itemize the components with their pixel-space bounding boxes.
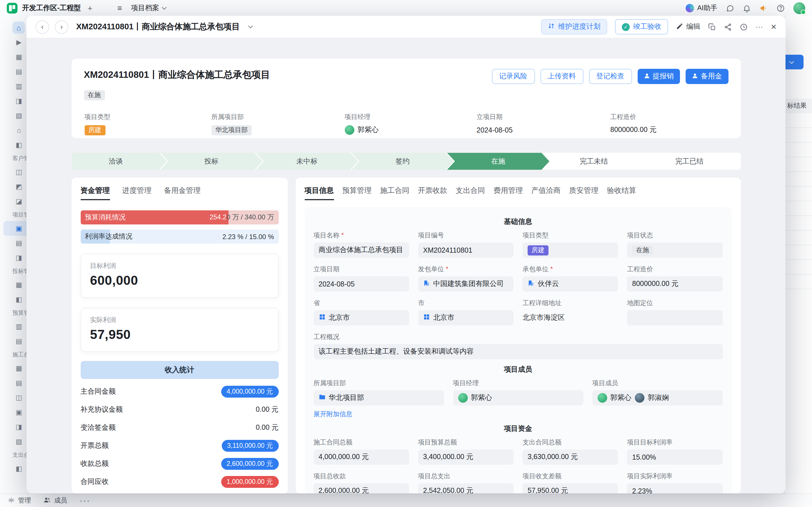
fund-value-input[interactable]: 3,630,000.00 元 bbox=[523, 449, 618, 465]
phase-step[interactable]: 签约 bbox=[351, 153, 454, 170]
detail-tab[interactable]: 开票收款 bbox=[418, 185, 447, 199]
close-icon[interactable]: × bbox=[771, 21, 776, 33]
fund-value-input[interactable]: 3,400,000.00 元 bbox=[418, 449, 514, 465]
detail-tab[interactable]: 支出合同 bbox=[456, 185, 485, 199]
fund-value-input[interactable]: 57,950.00 元 bbox=[523, 483, 618, 494]
phase-step[interactable]: 完工已结 bbox=[638, 153, 741, 170]
fund-value-input[interactable]: 2,600,000.00 元 bbox=[314, 483, 409, 494]
finance-tab[interactable]: 备用金管理 bbox=[164, 185, 201, 199]
expand-extra-info-link[interactable]: 展开附加信息 bbox=[314, 410, 353, 418]
add-tab-button[interactable]: + bbox=[88, 3, 93, 13]
fund-value-input[interactable]: 15.00% bbox=[627, 449, 723, 465]
field-province: 省 北京市 bbox=[314, 299, 409, 325]
target-profit-value: 600,000 bbox=[90, 273, 269, 288]
gear-icon bbox=[8, 497, 15, 504]
field-start-date: 立项日期 2024-08-05 bbox=[477, 113, 610, 135]
user-avatar[interactable] bbox=[793, 2, 805, 14]
app-logo[interactable] bbox=[7, 3, 17, 13]
app-bottombar: 管理 成员 ··· bbox=[0, 494, 812, 507]
completion-acceptance-button[interactable]: ✓竣工验收 bbox=[615, 19, 668, 35]
folder-icon bbox=[319, 394, 325, 402]
phase-step[interactable]: 投标 bbox=[160, 153, 263, 170]
income-stats-button[interactable]: 收入统计 bbox=[80, 361, 278, 379]
copy-icon[interactable] bbox=[708, 23, 716, 31]
project-code-input[interactable]: XM2024110801 bbox=[418, 242, 514, 258]
map-location-input[interactable] bbox=[627, 310, 723, 325]
project-action-button[interactable]: 上传资料 bbox=[540, 69, 583, 84]
project-primary-action-button[interactable]: 备用金 bbox=[686, 69, 728, 84]
detail-tab[interactable]: 产值洽商 bbox=[531, 185, 560, 199]
city-input[interactable]: 北京市 bbox=[418, 310, 514, 325]
edit-button[interactable]: 编辑 bbox=[676, 22, 700, 32]
hamburger-menu-icon[interactable]: ≡ bbox=[117, 3, 122, 12]
finance-tab[interactable]: 进度管理 bbox=[122, 185, 152, 199]
project-primary-action-button[interactable]: 提报销 bbox=[637, 69, 680, 84]
fund-field: 施工合同总额 4,000,000.00 元 bbox=[314, 438, 409, 465]
title-chevron-icon[interactable] bbox=[248, 24, 253, 29]
more-actions-icon[interactable]: ··· bbox=[756, 22, 763, 31]
fund-value-input[interactable]: 4,000,000.00 元 bbox=[314, 449, 409, 465]
field-members-list: 项目成员 郭紫心 郭淑娴 bbox=[592, 379, 722, 418]
project-action-button[interactable]: 登记检查 bbox=[589, 69, 632, 84]
sidebar-item-icon: ◫ bbox=[15, 394, 23, 401]
field-department-detail: 所属项目部 华北项目部 展开附加信息 bbox=[314, 379, 444, 418]
field-contractor-unit: 承包单位 伙伴云 bbox=[523, 265, 618, 292]
more-icon[interactable]: ··· bbox=[79, 496, 90, 506]
field-project-code: 项目编号 XM2024110801 bbox=[418, 231, 514, 258]
history-icon[interactable] bbox=[740, 23, 748, 31]
detail-tab[interactable]: 项目信息 bbox=[305, 185, 334, 200]
detail-tab[interactable]: 验收结算 bbox=[607, 185, 636, 199]
megaphone-icon[interactable] bbox=[760, 4, 768, 12]
project-action-button[interactable]: 记录风险 bbox=[492, 69, 535, 84]
maintain-schedule-button[interactable]: 维护进度计划 bbox=[541, 19, 607, 35]
fund-value-input[interactable]: 2.23% bbox=[627, 483, 723, 494]
members-input[interactable]: 郭紫心 郭淑娴 bbox=[592, 390, 722, 405]
sidebar-item-icon: ▤ bbox=[15, 239, 23, 247]
ai-assistant-button[interactable]: AI助手 bbox=[685, 3, 717, 13]
owner-unit-input[interactable]: 中国建筑集团有限公司 bbox=[418, 276, 514, 292]
project-type-input[interactable]: 房建 bbox=[523, 242, 618, 258]
project-cost-input[interactable]: 8000000.00 元 bbox=[627, 276, 723, 292]
project-phase-stepper: 洽谈 投标 未中标 签约 bbox=[71, 153, 741, 170]
start-date-input[interactable]: 2024-08-05 bbox=[314, 276, 409, 292]
help-icon[interactable] bbox=[776, 4, 785, 12]
field-project-cost: 工程造价 8000000.00 元 bbox=[610, 113, 728, 135]
detail-tab[interactable]: 质安管理 bbox=[569, 185, 598, 199]
sidebar-item-icon: ▣ bbox=[15, 224, 23, 232]
project-name-input[interactable]: 商业综合体施工总承包项目 bbox=[314, 242, 409, 258]
message-icon[interactable] bbox=[726, 4, 734, 12]
finance-row: 合同应收 1,000,000.00 元 bbox=[80, 472, 278, 491]
finance-tab[interactable]: 资金管理 bbox=[80, 185, 110, 200]
overview-input[interactable]: 该工程主要包括土建工程、设备安装和调试等内容 bbox=[314, 344, 722, 359]
fund-value-input[interactable]: 2,542,050.00 元 bbox=[418, 483, 514, 494]
next-record-button[interactable]: › bbox=[55, 20, 68, 34]
detail-tab[interactable]: 施工合同 bbox=[380, 185, 410, 199]
phase-step[interactable]: 在施 bbox=[447, 153, 549, 170]
workspace-title: 开发工作区-工程型 bbox=[22, 3, 81, 13]
sidebar-item-icon: ▧ bbox=[15, 438, 23, 446]
building-icon bbox=[528, 280, 534, 288]
detail-tab[interactable]: 费用管理 bbox=[493, 185, 523, 199]
fund-field: 项目预算总额 3,400,000.00 元 bbox=[418, 438, 514, 465]
contractor-unit-input[interactable]: 伙伴云 bbox=[523, 276, 618, 292]
department-input[interactable]: 华北项目部 bbox=[314, 390, 444, 405]
project-status-input[interactable]: 在施 bbox=[627, 242, 723, 258]
field-start-date-detail: 立项日期 2024-08-05 bbox=[314, 265, 409, 292]
members-button[interactable]: 成员 bbox=[44, 496, 67, 505]
field-map-location: 地图定位 bbox=[627, 299, 723, 325]
manage-button[interactable]: 管理 bbox=[8, 496, 31, 505]
phase-step[interactable]: 完工未结 bbox=[543, 153, 645, 170]
nav-tab-project-archive[interactable]: 项目档案 bbox=[131, 3, 166, 13]
province-input[interactable]: 北京市 bbox=[314, 310, 409, 325]
prev-record-button[interactable]: ‹ bbox=[36, 20, 49, 34]
share-icon[interactable] bbox=[724, 23, 732, 31]
manager-input[interactable]: 郭紫心 bbox=[453, 390, 583, 405]
phase-step[interactable]: 洽谈 bbox=[71, 153, 167, 170]
phase-step[interactable]: 未中标 bbox=[256, 153, 358, 170]
finance-row: 变洽签金额 0.00 元 bbox=[80, 418, 278, 437]
detail-tabs: 项目信息预算管理施工合同开票收款支出合同费用管理产值洽商质安管理验收结算 bbox=[305, 185, 732, 200]
detail-tab[interactable]: 预算管理 bbox=[342, 185, 372, 199]
finance-panel: 资金管理进度管理备用金管理 预算消耗情况 254.20 万 / 340.00 万… bbox=[71, 178, 287, 494]
person-icon bbox=[644, 72, 650, 80]
bell-icon[interactable] bbox=[743, 4, 751, 12]
